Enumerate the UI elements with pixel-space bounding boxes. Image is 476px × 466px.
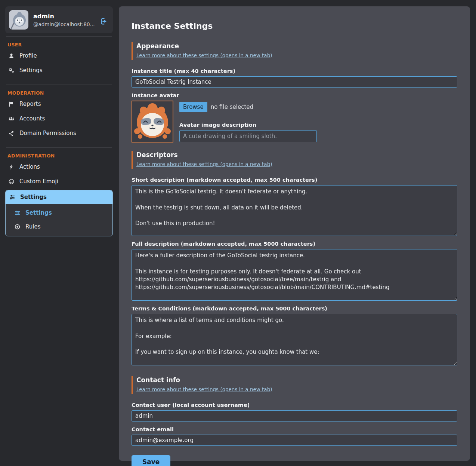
- contact-email-input[interactable]: [132, 435, 457, 446]
- user-icon: [8, 53, 15, 59]
- sidebar-item-domain-permissions[interactable]: Domain Permissions: [5, 127, 113, 140]
- avatar-description-label: Avatar image description: [179, 122, 317, 128]
- user-name: admin: [33, 13, 95, 20]
- field-instance-avatar: Instance avatar: [132, 92, 457, 142]
- sidebar-item-label: Actions: [19, 163, 40, 170]
- section-header-descriptors: Descriptors Learn more about these setti…: [132, 151, 457, 169]
- section-heading: Contact info: [136, 376, 457, 384]
- nav-section-moderation: MODERATION Reports Accounts: [5, 90, 113, 144]
- terms-label: Terms & Conditions (markdown accepted, m…: [132, 306, 457, 312]
- sidebar-subitem-settings[interactable]: Settings: [13, 207, 109, 219]
- settings-menu-block: Settings Settings: [5, 190, 113, 236]
- section-appearance: Appearance Learn more about these settin…: [132, 42, 457, 142]
- gears-icon: [8, 67, 15, 74]
- sliders-icon: [9, 194, 15, 200]
- page-title: Instance Settings: [132, 21, 457, 31]
- section-heading: Appearance: [136, 42, 457, 50]
- sidebar: admin @admin@localhost:80... USER Profil…: [5, 6, 113, 461]
- contact-user-label: Contact user (local account username): [132, 402, 457, 408]
- sidebar-item-label: Settings: [20, 194, 47, 200]
- sidebar-item-reports[interactable]: Reports: [5, 98, 113, 110]
- contact-email-label: Contact email: [132, 426, 457, 432]
- section-header-contact: Contact info Learn more about these sett…: [132, 376, 457, 394]
- section-header-appearance: Appearance Learn more about these settin…: [132, 42, 457, 60]
- full-description-label: Full description (markdown accepted, max…: [132, 241, 457, 247]
- smiley-icon: [8, 178, 15, 185]
- avatar-description-input[interactable]: [179, 130, 317, 142]
- sidebar-item-label: Domain Permissions: [19, 130, 76, 137]
- contact-user-input[interactable]: [132, 410, 457, 421]
- sidebar-item-settings-user[interactable]: Settings: [5, 64, 113, 77]
- nav-section-administration: ADMINISTRATION Actions Custom Emoji: [5, 153, 113, 241]
- learn-more-link[interactable]: Learn more about these settings (opens i…: [136, 52, 272, 58]
- section-contact: Contact info Learn more about these sett…: [132, 376, 457, 466]
- sidebar-nav: USER Profile: [5, 42, 113, 241]
- section-label-moderation: MODERATION: [7, 90, 111, 96]
- section-descriptors: Descriptors Learn more about these setti…: [132, 151, 457, 365]
- dot-circle-icon: [14, 224, 21, 230]
- field-contact-user: Contact user (local account username): [132, 402, 457, 421]
- user-handle: @admin@localhost:80...: [33, 21, 95, 27]
- instance-title-input[interactable]: [132, 76, 457, 88]
- share-nodes-icon: [8, 130, 15, 137]
- field-instance-title: Instance title (max 40 characters): [132, 68, 457, 88]
- learn-more-link[interactable]: Learn more about these settings (opens i…: [136, 161, 272, 167]
- browse-button[interactable]: Browse: [179, 102, 207, 112]
- instance-settings-panel: Instance Settings Appearance Learn more …: [119, 6, 470, 461]
- nav-section-user: USER Profile: [5, 42, 113, 82]
- sidebar-item-label: Settings: [19, 67, 43, 74]
- bolt-icon: [8, 164, 15, 170]
- learn-more-link[interactable]: Learn more about these settings (opens i…: [136, 386, 272, 392]
- sidebar-item-profile[interactable]: Profile: [5, 49, 113, 62]
- short-description-label: Short description (markdown accepted, ma…: [132, 177, 457, 183]
- sidebar-item-actions[interactable]: Actions: [5, 160, 113, 173]
- field-terms: Terms & Conditions (markdown accepted, m…: [132, 306, 457, 365]
- section-heading: Descriptors: [136, 151, 457, 159]
- sidebar-subitem-label: Settings: [25, 209, 52, 216]
- full-description-textarea[interactable]: Here's a fuller description of the GoToS…: [132, 249, 457, 301]
- file-status-text: no file selected: [211, 104, 253, 110]
- sidebar-item-label: Accounts: [19, 115, 45, 122]
- sidebar-item-label: Profile: [19, 52, 37, 59]
- flag-icon: [8, 101, 15, 107]
- sign-out-icon[interactable]: [100, 17, 108, 25]
- field-short-description: Short description (markdown accepted, ma…: [132, 177, 457, 236]
- instance-avatar-label: Instance avatar: [132, 92, 457, 98]
- save-button[interactable]: Save: [132, 455, 170, 466]
- sidebar-item-label: Reports: [19, 101, 41, 107]
- avatar-controls: Browse no file selected Avatar image des…: [179, 101, 317, 142]
- sidebar-subitem-label: Rules: [25, 223, 40, 230]
- user-card[interactable]: admin @admin@localhost:80...: [5, 6, 113, 33]
- instance-title-label: Instance title (max 40 characters): [132, 68, 457, 74]
- orange-sloth-avatar-icon: [132, 101, 173, 142]
- field-contact-email: Contact email: [132, 426, 457, 446]
- sloth-avatar-icon: [9, 10, 28, 30]
- divider: [6, 147, 112, 148]
- sidebar-item-settings-admin[interactable]: Settings: [6, 190, 112, 204]
- sidebar-item-accounts[interactable]: Accounts: [5, 112, 113, 125]
- settings-submenu: Settings Rules: [6, 204, 112, 236]
- divider: [6, 36, 112, 37]
- sidebar-subitem-rules[interactable]: Rules: [13, 221, 109, 233]
- section-label-administration: ADMINISTRATION: [7, 153, 111, 159]
- short-description-textarea[interactable]: This is the GoToSocial testrig. It doesn…: [132, 185, 457, 236]
- section-label-user: USER: [7, 42, 111, 47]
- field-full-description: Full description (markdown accepted, max…: [132, 241, 457, 301]
- sliders-icon: [14, 210, 21, 216]
- user-meta: admin @admin@localhost:80...: [33, 13, 95, 27]
- terms-textarea[interactable]: This is where a list of terms and condit…: [132, 314, 457, 365]
- sidebar-item-custom-emoji[interactable]: Custom Emoji: [5, 175, 113, 188]
- users-icon: [8, 116, 15, 122]
- divider: [6, 85, 112, 85]
- sidebar-item-label: Custom Emoji: [19, 178, 58, 185]
